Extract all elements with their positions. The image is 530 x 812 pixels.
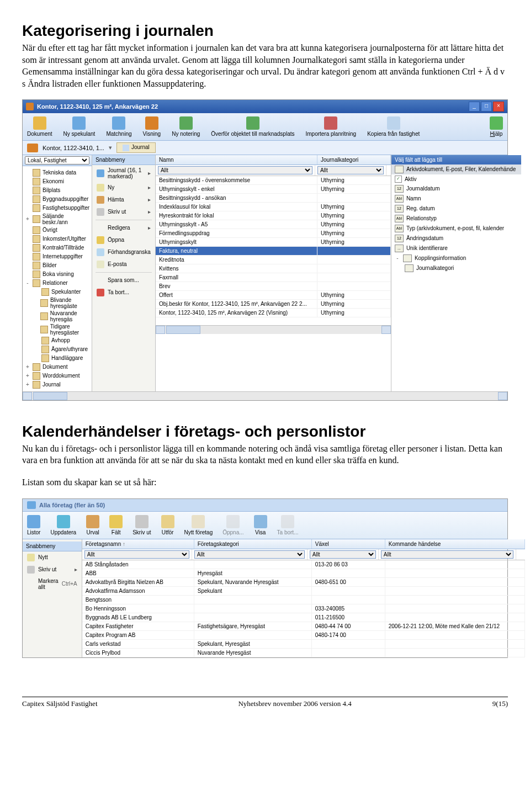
table-row[interactable]: Capitex FastigheterFastighetsägare, Hyre… xyxy=(82,622,525,631)
table-row[interactable]: FörmedlingsuppdragUthyrning xyxy=(156,229,391,238)
scrollbar-bottom[interactable] xyxy=(23,391,507,400)
tree-item[interactable]: Boka visning xyxy=(24,270,91,279)
expand-icon[interactable]: + xyxy=(25,381,30,388)
tree-select[interactable]: Lokal, Fastighet xyxy=(25,156,89,164)
toolbar-f-lt[interactable]: Fält xyxy=(109,515,123,535)
tree-item[interactable]: Handläggare xyxy=(24,354,91,363)
scrollbar-horizontal[interactable] xyxy=(156,325,391,334)
filter-select[interactable]: Allt xyxy=(381,550,513,559)
toolbar-listor[interactable]: Listor xyxy=(27,515,40,535)
column-header[interactable]: Företagskategori xyxy=(194,539,312,549)
column-header[interactable]: Kommande händelse xyxy=(385,539,525,549)
maximize-button[interactable]: □ xyxy=(481,102,492,112)
toolbar-ny-notering[interactable]: Ny notering xyxy=(172,116,200,137)
filter-select[interactable]: Allt xyxy=(194,550,305,559)
close-button[interactable]: × xyxy=(493,102,504,112)
menu-item[interactable]: Öppna xyxy=(92,234,155,246)
tree-item[interactable]: Övrigt xyxy=(24,226,91,235)
table-row[interactable]: Advokatfirma AdamssonSpekulant xyxy=(82,587,525,596)
field-item[interactable]: AblRelationstyp xyxy=(391,214,521,224)
field-item[interactable]: 12Ändringsdatum xyxy=(391,233,521,243)
tab-journal[interactable]: Journal xyxy=(116,142,156,152)
tree-item[interactable]: Bilplats xyxy=(24,186,91,195)
column-header[interactable]: Företagsnamn ↑ xyxy=(82,539,194,549)
toolbar-utf-r[interactable]: Utför xyxy=(161,515,174,535)
field-item[interactable]: ✓Aktiv xyxy=(391,174,521,184)
toolbar-skriv-ut[interactable]: Skriv ut xyxy=(132,515,151,535)
table-row[interactable]: Ciccis PrylbodNuvarande Hyresgäst xyxy=(82,649,525,657)
table-row[interactable]: Besittningsskydd - ansökan xyxy=(156,194,391,203)
menu-item[interactable]: Markera alltCtrl+A xyxy=(23,576,82,592)
field-item[interactable]: -Kopplingsinformation xyxy=(391,253,521,263)
menu-item[interactable]: Nytt xyxy=(23,551,82,564)
field-item[interactable]: 12Journaldatum xyxy=(391,184,521,194)
tree-item[interactable]: +Worddokument xyxy=(24,371,91,380)
table-row[interactable]: AB Stångåstaden013-20 86 03 xyxy=(82,560,525,569)
tree-item[interactable]: Bilder xyxy=(24,261,91,270)
expand-icon[interactable]: - xyxy=(395,255,400,261)
menu-item[interactable]: Skriv ut▸ xyxy=(92,206,155,218)
menu-item[interactable]: Ta bort... xyxy=(92,286,155,299)
table-row[interactable]: OffertUthyrning xyxy=(156,291,391,300)
menu-item[interactable]: Ny▸ xyxy=(92,182,155,194)
table-row[interactable]: UthyrningsskyltUthyrning xyxy=(156,238,391,247)
table-row[interactable]: Brev xyxy=(156,282,391,291)
toolbar-dokument[interactable]: Dokument xyxy=(27,116,52,137)
field-item[interactable]: AblTyp (arkivdokument, e-post, fil, kale… xyxy=(391,224,521,233)
toolbar-kopiera-fr-n-fastighet[interactable]: Kopiera från fastighet xyxy=(367,116,420,137)
tree-item[interactable]: Ägare/uthyrare xyxy=(24,345,91,354)
menu-item[interactable]: Hämta▸ xyxy=(92,194,155,206)
table-row[interactable]: Hyreskontrakt för lokalUthyrning xyxy=(156,211,391,220)
table-row[interactable]: Advokatbyrå Birgitta Nielzen ABSpekulant… xyxy=(82,578,525,587)
tree-item[interactable]: Avhopp xyxy=(24,336,91,345)
column-header[interactable]: Journalkategori xyxy=(317,155,391,164)
table-row[interactable]: Obj.beskr för Kontor, 1122-3410, 125 m²,… xyxy=(156,300,391,309)
field-item[interactable]: Journalkategori xyxy=(391,263,521,273)
tree-item[interactable]: Byggnadsuppgifter xyxy=(24,195,91,204)
expand-icon[interactable]: + xyxy=(25,216,30,222)
table-row[interactable]: Kvittens xyxy=(156,264,391,273)
table-row[interactable]: Carls verkstadSpekulant, Hyresgäst xyxy=(82,640,525,649)
menu-item[interactable]: E-posta xyxy=(92,258,155,270)
table-row[interactable]: Faxmall xyxy=(156,273,391,282)
toolbar-nytt-f-retag[interactable]: Nytt företag xyxy=(184,515,213,535)
toolbar-importera-planritning[interactable]: Importera planritning xyxy=(305,116,356,137)
tree-item[interactable]: +Dokument xyxy=(24,363,91,371)
menu-item[interactable]: Skriv ut▸ xyxy=(23,564,82,576)
tree-item[interactable]: Fastighetsuppgifter xyxy=(24,204,91,213)
menu-item[interactable]: Spara som... xyxy=(92,274,155,286)
toolbar--verf-r-objektet-till-marknadsplats[interactable]: Överför objektet till marknadsplats xyxy=(211,116,294,137)
tree-item[interactable]: Tekniska data xyxy=(24,168,91,177)
tree-item[interactable]: Ekonomi xyxy=(24,177,91,186)
tree-item[interactable]: Spekulanter xyxy=(24,288,91,296)
table-row[interactable]: Byggnads AB LE Lundberg011-216500 xyxy=(82,613,525,622)
field-item[interactable]: 12Reg. datum xyxy=(391,204,521,214)
toolbar-matchning[interactable]: Matchning xyxy=(106,116,131,137)
table-row[interactable]: Uthyrningsskylt - enkelUthyrning xyxy=(156,185,391,194)
filter-select[interactable]: Allt xyxy=(84,550,189,559)
toolbar-visa[interactable]: Visa xyxy=(254,515,267,535)
field-item[interactable]: AblNamn xyxy=(391,194,521,204)
table-row[interactable]: Faktura, neutral xyxy=(156,247,391,256)
menu-item[interactable]: Förhandsgranska xyxy=(92,246,155,258)
tree-item[interactable]: Kontrakt/Tillträde xyxy=(24,243,91,252)
menu-item[interactable]: Redigera▸ xyxy=(92,222,155,234)
toolbar-uppdatera[interactable]: Uppdatera xyxy=(50,515,76,535)
tree-item[interactable]: +Journal xyxy=(24,380,91,389)
toolbar-visning[interactable]: Visning xyxy=(143,116,161,137)
column-header[interactable]: Växel xyxy=(312,539,385,549)
toolbar-hj-lp[interactable]: Hjälp xyxy=(490,116,503,137)
filter-select[interactable]: Allt xyxy=(317,166,384,174)
tree-item[interactable]: Nuvarande hyresgäs xyxy=(24,310,91,323)
toolbar-ny-spekulant[interactable]: Ny spekulant xyxy=(63,116,96,137)
minimize-button[interactable]: _ xyxy=(469,102,480,112)
tree-item[interactable]: +Säljande beskr./ann xyxy=(24,213,91,226)
table-row[interactable]: Indexklausul för lokalUthyrning xyxy=(156,203,391,211)
menu-item[interactable]: Journal (16, 1 markerad)▸ xyxy=(92,165,155,182)
expand-icon[interactable]: + xyxy=(25,373,30,379)
table-row[interactable]: Besittningsskydd - överenskommelseUthyrn… xyxy=(156,176,391,185)
table-row[interactable]: Uthyrningsskylt - A5Uthyrning xyxy=(156,220,391,229)
table-row[interactable]: Kreditnota xyxy=(156,256,391,264)
tree-item[interactable]: Internetuppgifter xyxy=(24,252,91,261)
expand-icon[interactable]: + xyxy=(25,364,30,370)
